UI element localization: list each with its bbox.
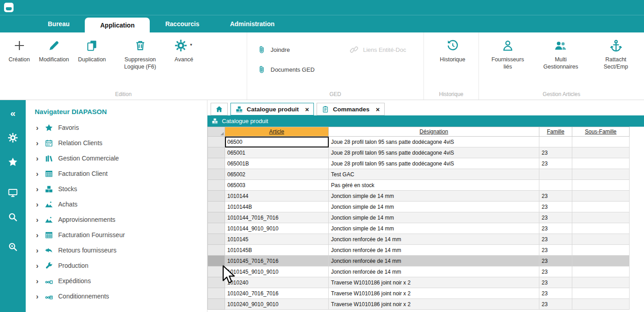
modification-button[interactable]: Modification — [35, 37, 73, 65]
cell-sous_famille[interactable] — [572, 169, 630, 180]
cell-designation[interactable]: Jonction simple de 14 mm — [329, 191, 539, 202]
expand-chevron-icon[interactable] — [35, 262, 40, 270]
close-tab-icon[interactable]: × — [305, 106, 309, 113]
expand-chevron-icon[interactable] — [35, 124, 40, 132]
row-selector[interactable] — [208, 169, 225, 180]
rail-star-button[interactable] — [0, 150, 26, 174]
row-selector[interactable] — [208, 223, 225, 234]
cell-sous_famille[interactable] — [572, 191, 630, 202]
sidebar-item-approvisionnements[interactable]: Approvisionnements — [35, 212, 207, 227]
expand-chevron-icon[interactable] — [35, 185, 40, 193]
cell-famille[interactable]: 23 — [539, 212, 572, 223]
cell-sous_famille[interactable] — [572, 158, 630, 169]
row-selector[interactable] — [208, 191, 225, 202]
cell-article[interactable]: 065001 — [225, 147, 329, 158]
cell-article[interactable]: 1010240 — [225, 277, 329, 288]
cell-article[interactable]: 1010144_9010_9010 — [225, 223, 329, 234]
dropdown-caret-icon[interactable] — [189, 41, 193, 47]
cell-article[interactable]: 1010144_7016_7016 — [225, 212, 329, 223]
grid-corner-cell[interactable] — [208, 127, 225, 137]
row-selector[interactable] — [208, 245, 225, 256]
home-tab[interactable] — [211, 103, 228, 115]
cell-famille[interactable]: 23 — [539, 202, 572, 212]
cell-designation[interactable]: Joue 28 profil talon 95 sans patte dodéc… — [329, 147, 539, 158]
tab-catalogue-produit[interactable]: Catalogue produit × — [230, 103, 314, 115]
cell-sous_famille[interactable] — [572, 256, 630, 266]
cell-designation[interactable]: Pas géré en stock — [329, 180, 539, 191]
cell-famille[interactable]: 23 — [539, 288, 572, 299]
cell-article[interactable]: 065002 — [225, 169, 329, 180]
multi-gestionnaires-button[interactable]: Multi Gestionnaires — [534, 37, 588, 73]
cell-designation[interactable]: Jonction renforcée de 14 mm — [329, 256, 539, 266]
collapse-sidebar-button[interactable]: « — [0, 104, 26, 123]
expand-chevron-icon[interactable] — [35, 216, 40, 224]
cell-article[interactable]: 1010145_7016_7016 — [225, 256, 329, 266]
cell-famille[interactable]: 23 — [539, 191, 572, 202]
cell-sous_famille[interactable] — [572, 202, 630, 212]
cell-article[interactable]: 1010145B — [225, 245, 329, 256]
row-selector[interactable] — [208, 147, 225, 158]
cell-article[interactable]: 065001B — [225, 158, 329, 169]
close-tab-icon[interactable]: × — [376, 106, 380, 113]
cell-article[interactable]: 1010145 — [225, 234, 329, 245]
cell-sous_famille[interactable] — [572, 266, 630, 277]
row-selector[interactable] — [208, 202, 225, 212]
cell-sous_famille[interactable] — [572, 245, 630, 256]
rattacht-sect-emp-button[interactable]: Rattacht Sect/Emp — [589, 37, 642, 73]
row-selector[interactable] — [208, 212, 225, 223]
ribbon-tab-bureau[interactable]: Bureau — [32, 15, 85, 32]
expand-chevron-icon[interactable] — [35, 201, 40, 208]
column-header-famille[interactable]: Famille — [539, 127, 572, 137]
expand-chevron-icon[interactable] — [35, 247, 40, 254]
expand-chevron-icon[interactable] — [35, 139, 40, 147]
documents-ged-button[interactable]: Documents GED — [257, 60, 350, 79]
cell-article[interactable]: 1010144 — [225, 191, 329, 202]
sidebar-item-production[interactable]: Production — [35, 258, 207, 273]
cell-article[interactable]: 1010240_7016_7016 — [225, 288, 329, 299]
cell-sous_famille[interactable] — [572, 223, 630, 234]
cell-designation[interactable]: Traverse W1010186 joint noir x 2 — [329, 288, 539, 299]
historique-button[interactable]: Historique — [436, 37, 469, 65]
rail-search-target-button[interactable] — [0, 234, 26, 259]
rail-search-button[interactable] — [0, 205, 26, 229]
cell-designation[interactable]: Jonction renforcée de 14 mm — [329, 234, 539, 245]
row-selector[interactable] — [208, 299, 225, 310]
cell-article[interactable]: 06500 — [225, 137, 329, 147]
row-selector[interactable] — [208, 266, 225, 277]
row-selector[interactable] — [208, 234, 225, 245]
cell-designation[interactable]: Traverse W1010186 joint noir x 2 — [329, 299, 539, 310]
sidebar-item-favoris[interactable]: Favoris — [35, 120, 207, 135]
cell-famille[interactable] — [539, 169, 572, 180]
cell-sous_famille[interactable] — [572, 299, 630, 310]
cell-article[interactable]: 065003 — [225, 180, 329, 191]
row-selector[interactable] — [208, 180, 225, 191]
cell-famille[interactable]: 23 — [539, 245, 572, 256]
sidebar-item-stocks[interactable]: Stocks — [35, 181, 207, 197]
expand-chevron-icon[interactable] — [35, 155, 40, 162]
row-selector[interactable] — [208, 277, 225, 288]
column-header-article[interactable]: Article — [225, 127, 329, 137]
cell-famille[interactable]: 23 — [539, 299, 572, 310]
cell-famille[interactable]: 23 — [539, 256, 572, 266]
cell-designation[interactable]: Jonction simple de 14 mm — [329, 212, 539, 223]
row-selector[interactable] — [208, 158, 225, 169]
cell-famille[interactable] — [539, 137, 572, 147]
sidebar-item-retours-fournisseurs[interactable]: Retours fournisseurs — [35, 243, 207, 258]
cell-designation[interactable]: Traverse W1010186 joint noir x 2 — [329, 277, 539, 288]
ribbon-tab-raccourcis[interactable]: Raccourcis — [150, 15, 214, 32]
ribbon-tab-application[interactable]: Application — [85, 18, 150, 32]
sidebar-item-facturation-client[interactable]: Facturation Client — [35, 166, 207, 181]
cell-famille[interactable]: 23 — [539, 234, 572, 245]
cell-designation[interactable]: Jonction simple de 14 mm — [329, 202, 539, 212]
cell-designation[interactable]: Joue 28 profil talon 95 sans patte dodéc… — [329, 158, 539, 169]
cell-famille[interactable]: 23 — [539, 158, 572, 169]
duplication-button[interactable]: Duplication — [74, 37, 110, 65]
cell-designation[interactable]: Jonction simple de 14 mm — [329, 223, 539, 234]
expand-chevron-icon[interactable] — [35, 277, 40, 285]
row-selector[interactable] — [208, 288, 225, 299]
cell-designation[interactable]: Jonction renforcée de 14 mm — [329, 266, 539, 277]
expand-chevron-icon[interactable] — [35, 293, 40, 300]
row-selector[interactable] — [208, 256, 225, 266]
sidebar-item-gestion-commerciale[interactable]: Gestion Commerciale — [35, 151, 207, 166]
cell-article[interactable]: 1010145_9010_9010 — [225, 266, 329, 277]
